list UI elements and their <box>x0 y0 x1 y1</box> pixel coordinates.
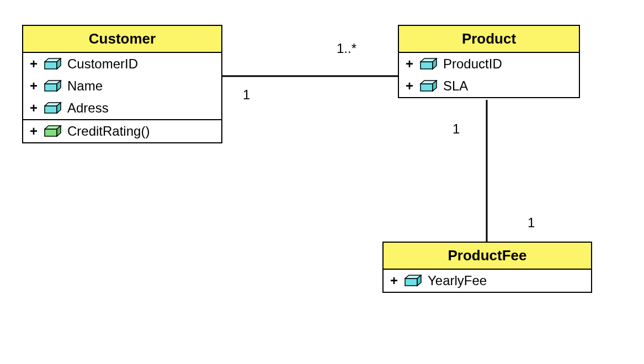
attribute-icon <box>44 58 62 70</box>
svg-rect-9 <box>45 129 57 136</box>
svg-rect-3 <box>45 84 57 91</box>
class-product: Product + ProductID + SLA <box>398 25 580 98</box>
attribute-row: + Adress <box>23 97 221 119</box>
attribute-icon <box>420 80 438 92</box>
attribute-label: YearlyFee <box>428 273 487 288</box>
visibility-marker: + <box>29 100 39 116</box>
multiplicity-customer-side: 1 <box>243 87 250 103</box>
attribute-icon <box>405 275 422 287</box>
association-product-productfee <box>486 100 488 242</box>
attribute-label: Adress <box>67 100 109 116</box>
class-productfee: ProductFee + YearlyFee <box>382 242 592 293</box>
attribute-row: + ProductID <box>399 53 579 75</box>
class-productfee-attributes: + YearlyFee <box>384 270 591 292</box>
svg-rect-6 <box>45 106 57 113</box>
visibility-marker: + <box>29 124 39 139</box>
class-product-name: Product <box>399 26 579 53</box>
visibility-marker: + <box>405 78 414 94</box>
attribute-icon <box>420 58 438 70</box>
attribute-label: CustomerID <box>67 56 138 72</box>
class-customer-name: Customer <box>23 26 221 53</box>
visibility-marker: + <box>405 56 414 72</box>
attribute-label: SLA <box>443 78 468 94</box>
multiplicity-product-fee-bottom: 1 <box>528 215 535 231</box>
svg-rect-12 <box>421 62 433 69</box>
attribute-row: + YearlyFee <box>384 270 591 292</box>
attribute-label: Name <box>67 78 103 94</box>
attribute-icon <box>44 102 62 114</box>
visibility-marker: + <box>29 78 39 94</box>
visibility-marker: + <box>389 273 399 288</box>
svg-rect-0 <box>45 62 57 69</box>
svg-rect-18 <box>405 279 417 286</box>
class-customer-operations: + CreditRating() <box>23 120 221 142</box>
association-customer-product <box>222 75 398 77</box>
attribute-row: + CustomerID <box>23 53 221 75</box>
operation-icon <box>44 125 62 137</box>
attribute-icon <box>44 80 62 92</box>
attribute-label: ProductID <box>443 56 502 72</box>
svg-rect-15 <box>421 84 433 91</box>
attribute-row: + Name <box>23 75 221 97</box>
visibility-marker: + <box>29 56 39 72</box>
class-customer-attributes: + CustomerID + Name + Adress <box>23 53 221 120</box>
multiplicity-product-side: 1..* <box>337 41 356 56</box>
class-product-attributes: + ProductID + SLA <box>399 53 579 97</box>
operation-label: CreditRating() <box>67 124 150 139</box>
class-customer: Customer + CustomerID + Name + Adress + <box>22 25 222 143</box>
operation-row: + CreditRating() <box>23 120 221 142</box>
class-productfee-name: ProductFee <box>384 243 591 270</box>
attribute-row: + SLA <box>399 75 579 97</box>
multiplicity-product-fee-top: 1 <box>453 121 460 137</box>
